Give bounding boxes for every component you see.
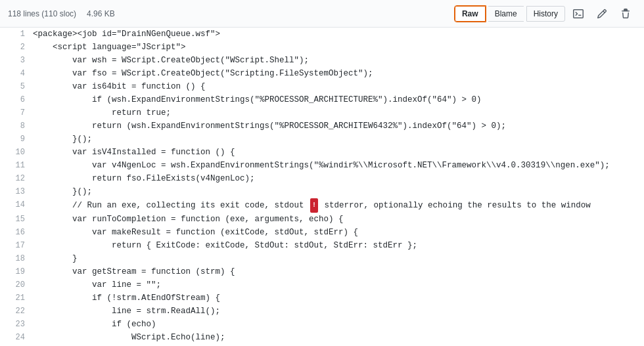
raw-button[interactable]: Raw xyxy=(455,6,486,22)
table-row: 18 } xyxy=(0,252,644,265)
line-count: 118 lines (110 sloc) xyxy=(8,9,76,18)
line-code: return true; xyxy=(33,106,644,119)
table-row: 24 WScript.Echo(line); xyxy=(0,331,644,344)
table-row: 23 if (echo) xyxy=(0,318,644,331)
line-code: <package><job id="DrainNGenQueue.wsf"> xyxy=(33,28,644,41)
line-code: return (wsh.ExpandEnvironmentStrings("%P… xyxy=(33,119,644,133)
line-number: 24 xyxy=(0,331,33,344)
table-row: 8 return (wsh.ExpandEnvironmentStrings("… xyxy=(0,119,644,133)
line-number: 14 xyxy=(0,198,33,213)
table-row: 21 if (!strm.AtEndOfStream) { xyxy=(0,292,644,305)
line-number: 3 xyxy=(0,54,33,67)
delete-icon xyxy=(620,9,631,19)
line-number: 5 xyxy=(0,80,33,93)
table-row: 10 var isV4Installed = function () { xyxy=(0,146,644,159)
line-number: 20 xyxy=(0,278,33,292)
line-number: 22 xyxy=(0,305,33,318)
table-row: 11 var v4NgenLoc = wsh.ExpandEnvironment… xyxy=(0,159,644,172)
code-container: 1<package><job id="DrainNGenQueue.wsf">2… xyxy=(0,28,644,344)
table-row: 7 return true; xyxy=(0,106,644,119)
line-code: var line = ""; xyxy=(33,278,644,292)
table-row: 4 var fso = WScript.CreateObject("Script… xyxy=(0,67,644,80)
file-size: 4.96 KB xyxy=(87,9,115,18)
table-row: 6 if (wsh.ExpandEnvironmentStrings("%PRO… xyxy=(0,93,644,106)
line-code: if (echo) xyxy=(33,318,644,331)
table-row: 2 <script language="JScript"> xyxy=(0,41,644,54)
line-code: }(); xyxy=(33,133,644,146)
table-row: 9 }(); xyxy=(0,133,644,146)
line-code: var v4NgenLoc = wsh.ExpandEnvironmentStr… xyxy=(33,159,644,172)
line-code: var is64bit = function () { xyxy=(33,80,644,93)
table-row: 3 var wsh = WScript.CreateObject("WScrip… xyxy=(0,54,644,67)
line-number: 2 xyxy=(0,41,33,54)
line-code: return { ExitCode: exitCode, StdOut: std… xyxy=(33,239,644,252)
line-code: } xyxy=(33,252,644,265)
line-code: }(); xyxy=(33,185,644,198)
blame-button[interactable]: Blame xyxy=(488,6,524,22)
delete-icon-button[interactable] xyxy=(615,6,636,22)
line-number: 18 xyxy=(0,252,33,265)
line-code: var fso = WScript.CreateObject("Scriptin… xyxy=(33,67,644,80)
line-code: if (!strm.AtEndOfStream) { xyxy=(33,292,644,305)
line-number: 9 xyxy=(0,133,33,146)
line-code: WScript.Echo(line); xyxy=(33,331,644,344)
terminal-icon-button[interactable] xyxy=(568,6,589,22)
line-code: if (wsh.ExpandEnvironmentStrings("%PROCE… xyxy=(33,93,644,106)
terminal-icon xyxy=(573,9,584,19)
file-info: 118 lines (110 sloc) 4.96 KB xyxy=(8,9,115,18)
table-row: 1<package><job id="DrainNGenQueue.wsf"> xyxy=(0,28,644,41)
line-number: 6 xyxy=(0,93,33,106)
line-number: 7 xyxy=(0,106,33,119)
line-number: 21 xyxy=(0,292,33,305)
line-code: var isV4Installed = function () { xyxy=(33,146,644,159)
code-table: 1<package><job id="DrainNGenQueue.wsf">2… xyxy=(0,28,644,344)
table-row: 16 var makeResult = function (exitCode, … xyxy=(0,226,644,239)
table-row: 5 var is64bit = function () { xyxy=(0,80,644,93)
line-number: 10 xyxy=(0,146,33,159)
line-code: var runToCompletion = function (exe, arg… xyxy=(33,213,644,226)
line-number: 15 xyxy=(0,213,33,226)
table-row: 12 return fso.FileExists(v4NgenLoc); xyxy=(0,172,644,185)
line-code: var wsh = WScript.CreateObject("WScript.… xyxy=(33,54,644,67)
line-code: return fso.FileExists(v4NgenLoc); xyxy=(33,172,644,185)
line-code: var makeResult = function (exitCode, std… xyxy=(33,226,644,239)
line-number: 1 xyxy=(0,28,33,41)
line-number: 4 xyxy=(0,67,33,80)
table-row: 14 // Run an exe, collecting its exit co… xyxy=(0,198,644,213)
table-row: 15 var runToCompletion = function (exe, … xyxy=(0,213,644,226)
line-number: 13 xyxy=(0,185,33,198)
line-number: 11 xyxy=(0,159,33,172)
table-row: 20 var line = ""; xyxy=(0,278,644,292)
line-number: 17 xyxy=(0,239,33,252)
error-indicator: ! xyxy=(310,198,318,213)
table-row: 13 }(); xyxy=(0,185,644,198)
line-number: 19 xyxy=(0,265,33,278)
line-number: 12 xyxy=(0,172,33,185)
line-number: 8 xyxy=(0,119,33,133)
line-code: var getStream = function (strm) { xyxy=(33,265,644,278)
line-code: // Run an exe, collecting its exit code,… xyxy=(33,198,644,213)
table-row: 22 line = strm.ReadAll(); xyxy=(0,305,644,318)
line-code: line = strm.ReadAll(); xyxy=(33,305,644,318)
toolbar: 118 lines (110 sloc) 4.96 KB Raw Blame H… xyxy=(0,0,644,28)
edit-icon-button[interactable] xyxy=(591,6,612,22)
toolbar-actions: Raw Blame History xyxy=(455,6,636,22)
table-row: 19 var getStream = function (strm) { xyxy=(0,265,644,278)
line-number: 23 xyxy=(0,318,33,331)
edit-icon xyxy=(597,9,607,19)
history-button[interactable]: History xyxy=(526,6,565,22)
line-code: <script language="JScript"> xyxy=(33,41,644,54)
table-row: 17 return { ExitCode: exitCode, StdOut: … xyxy=(0,239,644,252)
line-number: 16 xyxy=(0,226,33,239)
